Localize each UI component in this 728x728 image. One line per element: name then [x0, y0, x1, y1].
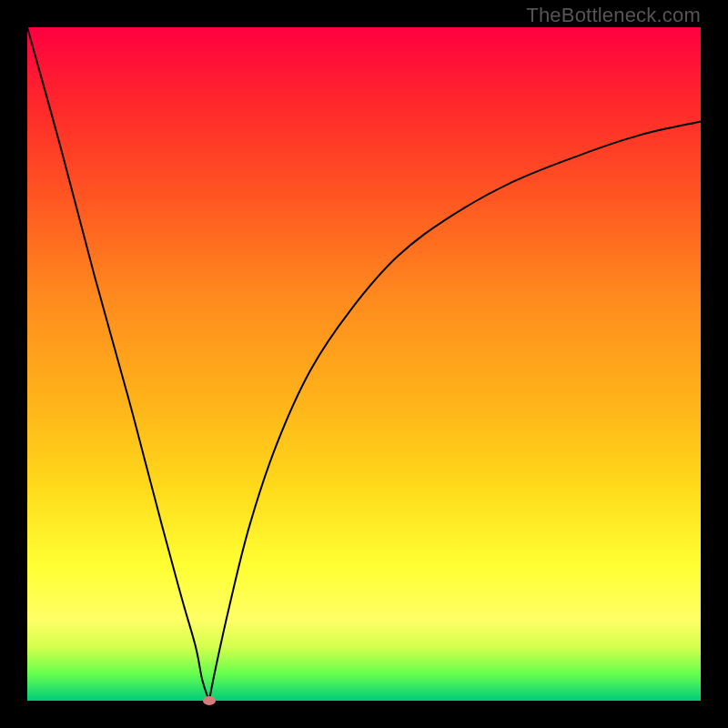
curve-right-branch [209, 122, 701, 701]
plot-area [27, 27, 701, 701]
bottleneck-curve [27, 27, 701, 701]
curve-left-branch [27, 27, 209, 701]
chart-container: TheBottleneck.com [0, 0, 728, 728]
attribution-text: TheBottleneck.com [526, 4, 701, 27]
minimum-marker [203, 696, 216, 705]
